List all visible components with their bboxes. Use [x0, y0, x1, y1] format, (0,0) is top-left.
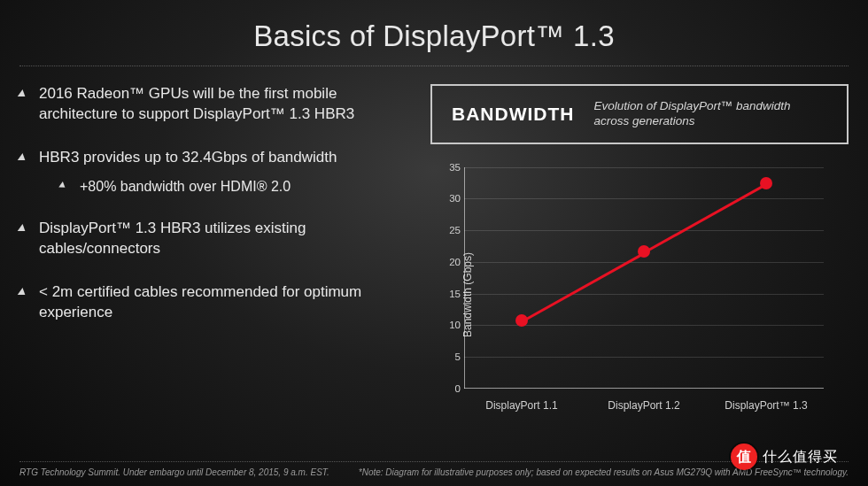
bullet-item: < 2m certified cables recommended for op…	[19, 282, 409, 323]
chart-header-box: BANDWIDTH Evolution of DisplayPort™ band…	[430, 84, 849, 144]
chart-gridline	[464, 262, 824, 263]
bullet-list: 2016 Radeon™ GPUs will be the first mobi…	[19, 84, 409, 323]
slide-body: 2016 Radeon™ GPUs will be the first mobi…	[0, 66, 868, 428]
chart-gridline	[464, 198, 824, 199]
chart-plot-area: 05101520253035DisplayPort 1.1DisplayPort…	[464, 167, 824, 389]
watermark: 值 什么值得买	[731, 444, 838, 470]
bullet-subitem: +80% bandwidth over HDMI® 2.0	[60, 177, 409, 197]
chart-line-segment	[643, 184, 766, 255]
chart-y-axis	[464, 167, 465, 389]
chart-y-tick: 30	[439, 193, 461, 204]
bullet-column: 2016 Radeon™ GPUs will be the first mobi…	[19, 84, 409, 428]
chart-data-point	[638, 245, 650, 258]
chart-x-tick: DisplayPort™ 1.3	[725, 399, 807, 412]
chart-data-point	[760, 177, 772, 189]
chart-y-tick: 0	[439, 383, 461, 394]
watermark-badge-icon: 值	[731, 444, 757, 470]
chart-box-title: BANDWIDTH	[452, 104, 574, 125]
chart-box-subtitle: Evolution of DisplayPort™ bandwidth acro…	[593, 99, 827, 129]
chart-data-point	[515, 314, 528, 327]
bullet-item: DisplayPort™ 1.3 HBR3 utilizes existing …	[19, 219, 409, 259]
chart: Bandwidth (Gbps) 05101520253035DisplayPo…	[430, 162, 831, 428]
bullet-item: 2016 Radeon™ GPUs will be the first mobi…	[19, 84, 409, 125]
footer-embargo-text: RTG Technology Summit. Under embargo unt…	[19, 467, 329, 477]
chart-gridline	[464, 294, 824, 295]
bullet-item: HBR3 provides up to 32.4Gbps of bandwidt…	[19, 148, 409, 197]
chart-gridline	[464, 167, 824, 168]
slide-title: Basics of DisplayPort™ 1.3	[0, 0, 868, 53]
chart-gridline	[464, 230, 824, 231]
chart-y-tick: 5	[439, 351, 461, 362]
chart-x-tick: DisplayPort 1.1	[485, 399, 557, 412]
chart-y-tick: 10	[439, 320, 461, 330]
chart-column: BANDWIDTH Evolution of DisplayPort™ band…	[430, 84, 849, 428]
footer: RTG Technology Summit. Under embargo unt…	[19, 461, 849, 477]
chart-y-tick: 20	[439, 257, 461, 267]
slide: Basics of DisplayPort™ 1.3 2016 Radeon™ …	[0, 0, 868, 486]
chart-y-tick: 15	[439, 289, 461, 299]
watermark-text: 什么值得买	[763, 448, 838, 467]
bullet-sublist: +80% bandwidth over HDMI® 2.0	[39, 177, 409, 197]
chart-x-axis	[464, 388, 824, 389]
chart-x-tick: DisplayPort 1.2	[608, 399, 679, 412]
chart-y-tick: 25	[439, 225, 461, 235]
chart-y-tick: 35	[439, 162, 461, 173]
chart-gridline	[464, 357, 824, 358]
